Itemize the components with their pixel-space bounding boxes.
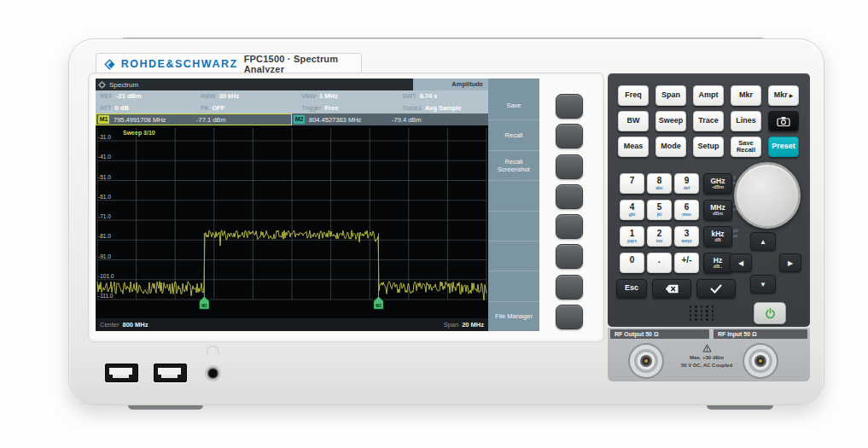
- digit-key-6[interactable]: 6mno: [674, 200, 699, 220]
- mode-key[interactable]: Mode: [655, 137, 686, 157]
- rf-input-label: RF Input 50 Ω: [714, 329, 807, 339]
- unit-key-ghz[interactable]: GHz-dBm: [703, 173, 732, 194]
- rf-output-connector: [626, 341, 666, 381]
- center-value[interactable]: 800 MHz: [123, 321, 149, 329]
- digit-key-7[interactable]: 7: [620, 173, 644, 194]
- softkey-slot-7[interactable]: [488, 271, 539, 301]
- softkey-button-6[interactable]: [556, 244, 583, 269]
- setting-pa[interactable]: PAOFF: [196, 104, 297, 112]
- rotary-knob[interactable]: [734, 162, 801, 229]
- meas-key[interactable]: Meas: [618, 137, 649, 157]
- digit-key-1[interactable]: 1pqrs: [620, 226, 644, 247]
- usb-port-1: [105, 364, 138, 382]
- preset-key[interactable]: Preset: [768, 137, 799, 157]
- marker-readout-m1[interactable]: M1795.4991708 MHz-77.1 dBm: [96, 113, 292, 125]
- y-axis-tick-label: -31.0: [98, 134, 111, 140]
- softkey-button-4[interactable]: [556, 184, 583, 209]
- mkr-key[interactable]: Mkr: [731, 85, 761, 106]
- setting-ref[interactable]: REF-21 dBm: [96, 92, 196, 100]
- headphone-jack: [205, 365, 221, 381]
- span-key[interactable]: Span: [655, 85, 686, 106]
- softkey-slot-2-recall[interactable]: Recall: [488, 120, 539, 150]
- trace-key[interactable]: Trace: [693, 111, 724, 131]
- setting-label: Trace1: [402, 104, 422, 112]
- rf-output-label: RF Output 50 Ω: [610, 329, 709, 339]
- softkey-button-3[interactable]: [556, 154, 583, 179]
- softkey-button-2[interactable]: [556, 124, 583, 148]
- setting-trace1[interactable]: Trace1Avg Sample: [398, 104, 488, 112]
- setting-value: Avg Sample: [425, 104, 462, 112]
- setting-label: VBW: [301, 92, 316, 100]
- rf-input-connector: [741, 341, 780, 381]
- digit-key-0[interactable]: 0: [620, 253, 644, 273]
- marker-readout-bar: M1795.4991708 MHz-77.1 dBmM2804.4527363 …: [96, 113, 488, 125]
- brand-logo-text: ROHDE&SCHWARZ: [121, 58, 238, 70]
- ampt-key[interactable]: Ampt: [693, 85, 724, 106]
- usb-port-2: [154, 364, 187, 382]
- menu-cap: [488, 79, 539, 90]
- digit-key-9[interactable]: 9def: [674, 173, 699, 194]
- setting-label: ATT: [100, 104, 112, 112]
- y-axis-tick-label: -41.0: [98, 154, 111, 160]
- softkey-slot-6[interactable]: [488, 241, 539, 271]
- marker-level: -77.1 dBm: [196, 116, 226, 124]
- digit-key-plusminus[interactable]: +/-: [674, 253, 699, 273]
- digit-key-5[interactable]: 5jkl: [647, 200, 672, 220]
- arrow-up-key[interactable]: ▲: [750, 232, 776, 251]
- softkey-button-5[interactable]: [556, 214, 583, 239]
- arrow-right-key[interactable]: ▶: [779, 253, 801, 272]
- softkey-slot-3-recall-screenshot[interactable]: Recall Screenshot: [488, 151, 539, 181]
- saverecall-key[interactable]: SaveRecall: [731, 137, 761, 157]
- y-axis-tick-label: -111.0: [98, 293, 114, 299]
- digit-key-3[interactable]: 3wxyz: [674, 226, 699, 247]
- freq-key[interactable]: Freq: [618, 85, 649, 106]
- sweep-key[interactable]: Sweep: [655, 111, 686, 131]
- arrow-left-key[interactable]: ◀: [730, 253, 752, 272]
- softkey-slot-4[interactable]: [488, 181, 539, 211]
- backspace-key[interactable]: [652, 279, 691, 298]
- softkey-button-8[interactable]: [556, 305, 583, 329]
- softkey-slot-5[interactable]: [488, 212, 539, 241]
- y-axis-tick-label: -61.0: [98, 194, 111, 200]
- softkey-button-1[interactable]: [556, 94, 583, 119]
- digit-key-2[interactable]: 2tuv: [647, 226, 672, 247]
- digit-key-4[interactable]: 4ghi: [620, 200, 644, 220]
- lcd-screen[interactable]: Spectrum Amplitude REF-21 dBmRBW30 kHzVB…: [96, 79, 539, 331]
- enter-key[interactable]: [696, 279, 736, 298]
- setting-trigger[interactable]: TriggerFree: [297, 104, 398, 112]
- softkey-slot-8-file-manager[interactable]: File Manager: [488, 302, 539, 331]
- rohde-schwarz-logo-icon: [104, 58, 115, 71]
- setting-value: 30 kHz: [219, 92, 240, 100]
- digit-key-8[interactable]: 8abc: [647, 173, 672, 194]
- setting-rbw[interactable]: RBW30 kHz: [196, 92, 297, 100]
- camera-icon: [777, 116, 790, 126]
- marker-readout-m2[interactable]: M2804.4527363 MHz-79.4 dBm: [292, 113, 488, 125]
- setting-swt[interactable]: SWT8.74 s: [398, 92, 488, 100]
- warning-triangle-icon: [702, 344, 712, 352]
- esc-key[interactable]: Esc: [616, 279, 647, 298]
- arrow-down-key[interactable]: ▼: [750, 275, 776, 294]
- y-axis-tick-label: -91.0: [98, 253, 111, 259]
- softkey-slot-1-save[interactable]: Save: [488, 90, 539, 120]
- unit-key-hz[interactable]: HzdB..: [703, 253, 732, 273]
- softkey-button-7[interactable]: [556, 275, 583, 300]
- lines-key[interactable]: Lines: [731, 111, 761, 131]
- power-button[interactable]: [754, 302, 786, 324]
- screenshot-key[interactable]: [768, 111, 799, 131]
- backspace-icon: [665, 284, 679, 294]
- unit-key-mhz[interactable]: MHzdBm: [703, 200, 732, 220]
- spectrum-graph[interactable]: -31.0-41.0-51.0-61.0-71.0-81.0-91.0-101.…: [96, 125, 488, 318]
- mkr-key[interactable]: Mkr▶: [768, 85, 799, 106]
- setup-key[interactable]: Setup: [693, 137, 724, 157]
- unit-key-khz[interactable]: kHzdB: [703, 226, 732, 247]
- span-value[interactable]: 20 MHz: [462, 321, 484, 329]
- setting-att[interactable]: ATT0 dB: [96, 104, 196, 112]
- setting-value: 0 dB: [115, 104, 129, 112]
- digit-key-dot[interactable]: .: [647, 253, 672, 273]
- softkey-menu: SaveRecallRecall ScreenshotFile Manager: [488, 90, 539, 331]
- bw-key[interactable]: BW: [618, 111, 649, 131]
- setting-vbw[interactable]: VBW1 MHz: [297, 92, 398, 100]
- measurement-settings-bar: REF-21 dBmRBW30 kHzVBW1 MHzSWT8.74 sATT0…: [96, 90, 488, 113]
- marker-badge: M1: [98, 115, 109, 124]
- active-menu-title: Amplitude: [413, 79, 488, 90]
